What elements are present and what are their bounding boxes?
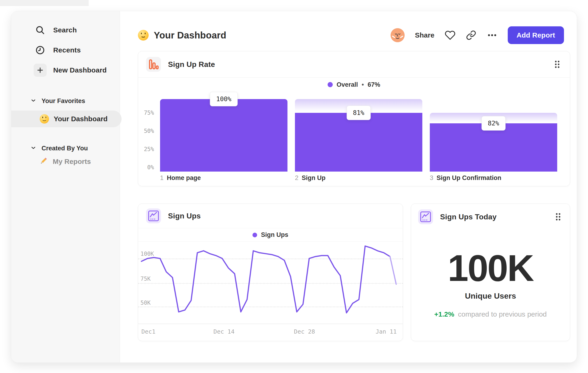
bar-value-tooltip: 100%: [210, 92, 238, 106]
sidebar-section-created-by-you[interactable]: Created By You: [11, 144, 120, 152]
y-axis-tick: 25%: [141, 146, 154, 153]
kpi-value: 100K: [448, 247, 533, 290]
more-options-icon[interactable]: [487, 30, 497, 40]
sidebar-item-label: My Reports: [53, 158, 91, 165]
sign-ups-card: Sign Ups Sign Ups 100K 75K 50K Dec1 Dec …: [138, 203, 403, 341]
funnel-bar-fill: [430, 123, 557, 171]
card-header: Sign Up Rate: [138, 51, 570, 78]
section-title: Created By You: [42, 145, 88, 152]
funnel-step-name: Home page: [167, 174, 201, 181]
y-axis-tick: 75%: [141, 109, 154, 116]
legend-series: Overall: [336, 81, 358, 88]
kpi-delta: +1.2%: [434, 310, 454, 318]
funnel-step-number: 3: [430, 174, 433, 181]
y-axis-tick: 50K: [140, 300, 150, 306]
favorite-heart-icon[interactable]: [445, 30, 455, 40]
funnel-plot[interactable]: 75%50%25%0%100%1Home page81%2Sign Up82%3…: [141, 92, 567, 187]
app-window: Search Recents New Dashboard: [11, 11, 577, 363]
kpi-body: 100K Unique Users +1.2% compared to prev…: [411, 230, 570, 318]
section-title: Your Favorites: [42, 97, 85, 105]
drag-handle-icon[interactable]: [553, 59, 562, 70]
card-title: Sign Ups: [168, 212, 201, 220]
sidebar-item-search[interactable]: Search: [11, 24, 120, 37]
sign-ups-line-series: [138, 242, 403, 323]
y-axis-tick: 100K: [140, 251, 154, 257]
sidebar-item-new-dashboard[interactable]: New Dashboard: [11, 64, 120, 77]
funnel-step-number: 2: [295, 174, 298, 181]
line-chart-icon: [146, 208, 161, 223]
funnel-step-label: 3Sign Up Confirmation: [430, 174, 501, 181]
sidebar-section-your-favorites[interactable]: Your Favorites: [11, 97, 120, 105]
drag-handle-icon[interactable]: [554, 212, 563, 222]
x-axis-tick: Jan 11: [376, 328, 397, 335]
chevron-down-icon: [30, 97, 36, 104]
sign-up-rate-card: Sign Up Rate Overall • 67% 75%50%25%0%10…: [138, 51, 570, 186]
sidebar-item-my-reports[interactable]: My Reports: [11, 155, 120, 169]
background-tab-artifact: [0, 0, 89, 6]
add-report-button[interactable]: Add Report: [508, 26, 564, 44]
x-axis-tick: Dec 28: [294, 328, 315, 335]
search-icon: [34, 24, 46, 36]
legend-separator: •: [362, 81, 364, 88]
y-axis-tick: 0%: [141, 164, 154, 171]
dashboard-header: Your Dashboard Share: [138, 25, 564, 46]
card-title: Sign Up Rate: [168, 60, 215, 69]
page-title: Your Dashboard: [138, 30, 226, 40]
chevron-down-icon: [30, 145, 36, 152]
sidebar-item-your-dashboard[interactable]: Your Dashboard: [11, 111, 122, 127]
sidebar-item-label: New Dashboard: [53, 66, 107, 74]
funnel-step-name: Sign Up: [302, 174, 326, 181]
smiley-emoji: [138, 30, 149, 40]
funnel-bar[interactable]: [160, 99, 287, 171]
legend-series: Sign Ups: [261, 231, 288, 239]
funnel-step-number: 1: [160, 174, 164, 181]
funnel-legend: Overall • 67%: [138, 78, 570, 92]
smiley-emoji: [40, 114, 49, 123]
copy-link-icon[interactable]: [466, 30, 476, 40]
clock-icon: [34, 45, 46, 56]
kpi-label: Unique Users: [465, 292, 516, 301]
x-axis: Dec1 Dec 14 Dec 28 Jan 11: [138, 324, 403, 340]
legend-dot: [252, 233, 257, 237]
funnel-bar-fill: [160, 99, 287, 171]
bar-value-tooltip: 81%: [347, 106, 371, 120]
funnel-step-label: 2Sign Up: [295, 174, 326, 181]
sidebar-item-recents[interactable]: Recents: [11, 44, 120, 57]
kpi-delta-row: +1.2% compared to previous period: [434, 310, 547, 318]
funnel-chart-icon: [146, 57, 161, 72]
card-header: Sign Ups Today: [411, 204, 570, 230]
page-title-text: Your Dashboard: [154, 30, 226, 40]
share-button[interactable]: Share: [415, 31, 434, 39]
pencil-icon: [39, 156, 48, 167]
sidebar: Search Recents New Dashboard: [11, 11, 120, 363]
sign-ups-today-card: Sign Ups Today 100K Unique Users +1.2% c…: [411, 203, 570, 341]
card-header: Sign Ups: [138, 204, 403, 228]
y-axis-tick: 75K: [140, 276, 150, 282]
funnel-bar-fill: [295, 113, 422, 171]
x-axis-tick: Dec1: [141, 328, 155, 335]
card-title: Sign Ups Today: [440, 213, 496, 221]
bar-value-tooltip: 82%: [482, 116, 506, 131]
plus-icon: [34, 64, 47, 77]
sidebar-item-label: Recents: [53, 46, 81, 54]
line-legend: Sign Ups: [138, 228, 403, 242]
funnel-step-label: 1Home page: [160, 174, 201, 181]
y-axis-tick: 50%: [141, 128, 154, 134]
sidebar-item-label: Search: [53, 26, 77, 34]
line-plot[interactable]: 100K 75K 50K: [138, 242, 403, 324]
line-chart-icon: [418, 209, 433, 224]
avatar[interactable]: [391, 28, 405, 42]
funnel-step-name: Sign Up Confirmation: [437, 174, 501, 181]
sidebar-item-label: Your Dashboard: [54, 115, 108, 123]
legend-value: 67%: [368, 81, 380, 88]
legend-dot: [328, 82, 333, 87]
kpi-delta-note: compared to previous period: [458, 310, 547, 318]
header-actions: Share Add Report: [391, 26, 564, 44]
x-axis-tick: Dec 14: [213, 328, 234, 335]
